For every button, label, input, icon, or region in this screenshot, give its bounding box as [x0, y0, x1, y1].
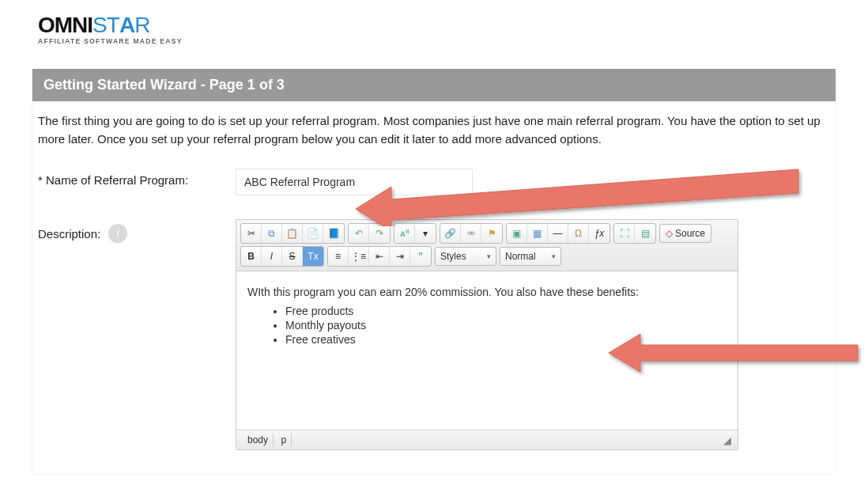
styles-dropdown[interactable]: Styles [435, 247, 496, 266]
hr-icon[interactable]: — [548, 224, 568, 243]
outdent-icon[interactable]: ⇤ [369, 247, 390, 266]
undo-icon[interactable]: ↶ [349, 224, 369, 243]
spellcheck-icon[interactable]: ᴀᴮ [394, 224, 415, 243]
rich-text-editor: ✂ ⧉ 📋 📄 📘 ↶ ↷ ᴀᴮ [236, 219, 738, 450]
editor-toolbar: ✂ ⧉ 📋 📄 📘 ↶ ↷ ᴀᴮ [236, 220, 738, 271]
link-icon[interactable]: 🔗 [440, 224, 461, 243]
paste-icon[interactable]: 📋 [282, 224, 303, 243]
show-blocks-icon[interactable]: ▤ [635, 224, 655, 243]
referral-name-input[interactable] [236, 169, 473, 195]
field-row-description: Description: i ✂ ⧉ 📋 📄 � [38, 219, 830, 450]
copy-icon[interactable]: ⧉ [262, 224, 282, 243]
brand-logo: OMNISTAR AFFILIATE SOFTWARE MADE EASY [38, 14, 830, 45]
function-icon[interactable]: ƒx [589, 224, 609, 243]
description-field-label: Description: [38, 227, 100, 241]
editor-paragraph: WIth this program you can earn 20% commi… [247, 286, 726, 298]
indent-icon[interactable]: ⇥ [390, 247, 410, 266]
italic-icon[interactable]: I [262, 247, 282, 266]
element-path: body p [243, 434, 292, 446]
image-icon[interactable]: ▣ [507, 224, 527, 243]
editor-bullet-list: Free products Monthly payouts Free creat… [247, 305, 726, 346]
cut-icon[interactable]: ✂ [241, 224, 262, 243]
table-icon[interactable]: ▦ [527, 224, 548, 243]
page-title: Getting Started Wizard - Page 1 of 3 [32, 69, 836, 101]
info-icon[interactable]: i [108, 224, 127, 243]
scayt-icon[interactable]: ▾ [415, 224, 436, 243]
name-field-label: * Name of Referral Program: [38, 173, 188, 187]
list-item: Free creatives [285, 333, 726, 346]
resize-handle[interactable]: ◢ [723, 434, 731, 446]
unlink-icon[interactable]: ⚮ [461, 224, 481, 243]
ul-icon[interactable]: ⋮≡ [349, 247, 369, 266]
paste-text-icon[interactable]: 📄 [303, 224, 323, 243]
format-dropdown[interactable]: Normal [500, 247, 561, 266]
source-button[interactable]: Source [659, 224, 711, 243]
intro-text: The first thing you are going to do is s… [38, 112, 830, 148]
path-body[interactable]: body [243, 434, 274, 446]
blockquote-icon[interactable]: ” [410, 247, 431, 266]
editor-footer: body p ◢ [236, 430, 738, 449]
paste-word-icon[interactable]: 📘 [323, 224, 344, 243]
anchor-icon[interactable]: ⚑ [481, 224, 502, 243]
list-item: Free products [285, 305, 726, 317]
redo-icon[interactable]: ↷ [369, 224, 390, 243]
ol-icon[interactable]: ≡ [328, 247, 349, 266]
special-char-icon[interactable]: Ω [568, 224, 589, 243]
field-row-name: * Name of Referral Program: [38, 169, 830, 195]
strike-icon[interactable]: S [282, 247, 303, 266]
brand-tagline: AFFILIATE SOFTWARE MADE EASY [38, 37, 830, 45]
remove-format-icon[interactable]: Tx [303, 247, 323, 266]
path-p[interactable]: p [276, 434, 292, 446]
editor-content-area[interactable]: WIth this program you can earn 20% commi… [236, 271, 738, 430]
bold-icon[interactable]: B [241, 247, 262, 266]
maximize-icon[interactable]: ⛶ [614, 224, 635, 243]
list-item: Monthly payouts [285, 319, 726, 332]
